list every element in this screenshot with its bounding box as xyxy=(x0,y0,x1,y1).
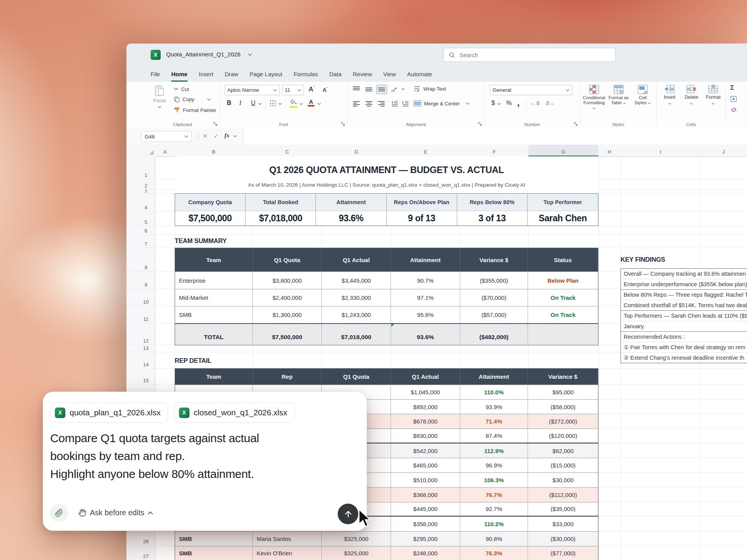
align-center-button[interactable] xyxy=(365,101,372,107)
status-badge[interactable]: On Track xyxy=(528,289,598,306)
align-right-button[interactable] xyxy=(378,101,385,107)
format-cells-button[interactable]: Format xyxy=(703,85,723,106)
font-color-chevron-down-icon[interactable] xyxy=(317,103,321,105)
tab-formulas[interactable]: Formulas xyxy=(294,66,318,82)
status-badge[interactable]: On Track xyxy=(528,306,598,323)
search-box[interactable] xyxy=(444,48,615,62)
fill-color-button[interactable] xyxy=(290,99,297,108)
font-name-select[interactable]: Aptos Narrow xyxy=(224,85,280,95)
autosum-button[interactable]: Σ xyxy=(730,84,734,92)
tab-automate[interactable]: Automate xyxy=(407,66,432,82)
send-button[interactable] xyxy=(338,504,358,524)
row-2[interactable]: 2 xyxy=(138,179,154,189)
row-4[interactable]: 4 xyxy=(138,193,154,210)
col-F[interactable]: F xyxy=(460,145,528,156)
fill-color-chevron-down-icon[interactable] xyxy=(299,103,303,105)
kpi-value[interactable]: 93.6% xyxy=(316,211,386,226)
font-size-select[interactable]: 11 xyxy=(282,85,304,95)
file-chip[interactable]: X quota_plan_q1_2026.xlsx xyxy=(50,402,168,423)
cell-styles-button[interactable]: CellStyles xyxy=(631,85,655,105)
alignment-dialog-launcher-icon[interactable] xyxy=(478,122,482,126)
font-color-button[interactable]: A xyxy=(308,99,314,107)
align-left-button[interactable] xyxy=(353,101,360,107)
orientation-icon[interactable]: ab xyxy=(391,86,398,92)
row-14[interactable]: 14 xyxy=(138,352,154,368)
col-G[interactable]: G xyxy=(528,145,598,156)
tab-data[interactable]: Data xyxy=(329,66,342,82)
copy-button[interactable]: Copy xyxy=(174,96,211,102)
row-11[interactable]: 11 xyxy=(138,306,154,322)
align-top-button[interactable] xyxy=(353,86,360,90)
row-15[interactable]: 15 xyxy=(138,368,154,383)
row-9[interactable]: 9 xyxy=(138,271,154,288)
increase-decimal-button[interactable]: ←.0 xyxy=(530,101,539,106)
title-chevron-down-icon[interactable] xyxy=(248,53,252,56)
kpi-value[interactable]: 9 of 13 xyxy=(387,211,457,226)
row-7[interactable]: 7 xyxy=(138,234,154,247)
col-D[interactable]: D xyxy=(322,145,391,156)
conditional-formatting-button[interactable]: ConditionalFormatting xyxy=(582,85,607,110)
orientation-chevron-down-icon[interactable] xyxy=(401,88,405,90)
col-E[interactable]: E xyxy=(391,145,460,156)
delete-cells-button[interactable]: Delete xyxy=(681,85,701,106)
search-input[interactable] xyxy=(459,51,589,59)
kpi-value[interactable]: $7,500,000 xyxy=(175,211,245,226)
align-bottom-button[interactable] xyxy=(376,85,387,94)
tab-view[interactable]: View xyxy=(383,66,396,82)
merge-center-button[interactable]: Merge & Center xyxy=(414,100,470,107)
cut-button[interactable]: ✂Cut xyxy=(174,86,189,92)
col-H[interactable]: H xyxy=(598,145,621,156)
row-5[interactable]: 5 xyxy=(138,211,154,225)
name-box[interactable]: G48 xyxy=(141,131,192,142)
col-J[interactable]: J xyxy=(700,145,747,156)
number-dialog-launcher-icon[interactable] xyxy=(573,122,578,126)
col-B[interactable]: B xyxy=(175,145,253,156)
tab-page-layout[interactable]: Page Layout xyxy=(249,66,282,82)
row-6[interactable]: 6 xyxy=(138,226,154,234)
row-27[interactable]: 27 xyxy=(138,545,154,559)
row-3[interactable]: 3 xyxy=(138,189,154,193)
ask-before-edits-toggle[interactable]: Ask before edits xyxy=(78,508,153,517)
increase-font-size-button[interactable]: Aˆ xyxy=(309,86,315,93)
kpi-value[interactable]: $7,018,000 xyxy=(245,211,316,226)
clipboard-dialog-launcher-icon[interactable] xyxy=(213,122,217,126)
italic-button[interactable]: I xyxy=(239,100,241,107)
col-C[interactable]: C xyxy=(253,145,322,156)
font-dialog-launcher-icon[interactable] xyxy=(341,122,345,126)
workbook-title[interactable]: Quota_Attainment_Q1_2026 xyxy=(166,51,240,58)
col-I[interactable]: I xyxy=(621,145,700,156)
underline-chevron-down-icon[interactable] xyxy=(258,103,262,105)
row-26[interactable]: 26 xyxy=(138,531,154,544)
paste-button[interactable]: Paste xyxy=(149,85,170,109)
accounting-format-button[interactable]: $ xyxy=(491,100,495,107)
decrease-font-size-button[interactable]: Aˇ xyxy=(323,87,328,93)
enter-check-icon[interactable]: ✓ xyxy=(214,133,219,140)
tab-home[interactable]: Home xyxy=(171,66,188,82)
format-painter-button[interactable]: Format Painter xyxy=(174,107,216,113)
row-10[interactable]: 10 xyxy=(138,289,154,305)
decrease-indent-icon[interactable] xyxy=(391,101,398,107)
col-A[interactable]: A xyxy=(155,145,175,156)
borders-icon[interactable] xyxy=(270,100,276,107)
row-8[interactable]: 8 xyxy=(138,248,154,270)
percent-style-button[interactable]: % xyxy=(506,100,512,107)
tab-draw[interactable]: Draw xyxy=(224,66,238,82)
row-13[interactable]: 13 xyxy=(138,345,154,351)
kpi-value[interactable]: 3 of 13 xyxy=(457,211,528,226)
kpi-value[interactable]: Sarah Chen xyxy=(528,211,598,226)
comma-style-button[interactable]: , xyxy=(517,97,520,108)
accounting-chevron-down-icon[interactable] xyxy=(497,103,501,105)
prompt-input[interactable]: Compare Q1 quota targets against actual … xyxy=(50,429,358,483)
cancel-icon[interactable]: ✕ xyxy=(203,133,208,140)
file-chip[interactable]: X closed_won_q1_2026.xlsx xyxy=(174,402,295,423)
decrease-decimal-button[interactable]: .0→ xyxy=(545,101,554,106)
fx-icon[interactable]: fx xyxy=(224,132,230,139)
format-as-table-button[interactable]: Format asTable xyxy=(607,85,631,105)
tab-file[interactable]: File xyxy=(151,66,160,82)
attach-button[interactable] xyxy=(50,504,68,522)
select-all-corner[interactable] xyxy=(149,150,154,155)
status-badge[interactable]: Below Plan xyxy=(528,272,598,289)
row-1[interactable]: 1 xyxy=(138,156,154,178)
clear-eraser-icon[interactable] xyxy=(730,107,737,113)
wrap-text-button[interactable]: Wrap Text xyxy=(414,86,446,92)
